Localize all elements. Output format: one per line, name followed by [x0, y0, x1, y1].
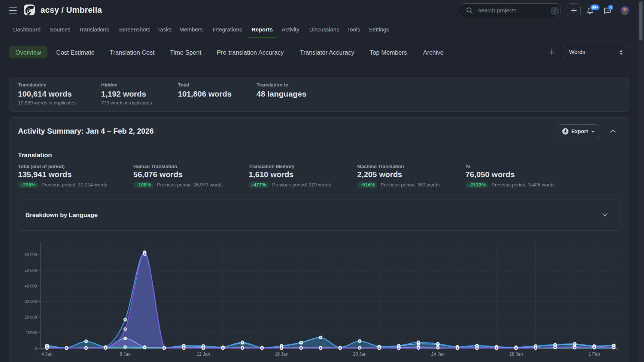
svg-text:1 Feb: 1 Feb	[589, 352, 600, 357]
svg-text:50 000: 50 000	[24, 268, 37, 273]
svg-text:24 Jan: 24 Jan	[431, 352, 444, 357]
svg-text:16 Jan: 16 Jan	[275, 352, 288, 357]
svg-text:0: 0	[35, 346, 37, 351]
svg-text:30 000: 30 000	[24, 299, 37, 304]
svg-text:20 000: 20 000	[24, 315, 37, 319]
svg-text:60 000: 60 000	[24, 252, 37, 257]
svg-text:12 Jan: 12 Jan	[197, 352, 210, 357]
svg-text:20 Jan: 20 Jan	[353, 352, 367, 357]
svg-text:8 Jan: 8 Jan	[120, 352, 131, 357]
svg-text:40 000: 40 000	[24, 284, 37, 288]
svg-text:4 Jan: 4 Jan	[42, 352, 52, 357]
svg-text:10000: 10000	[25, 331, 37, 335]
svg-text:28 Jan: 28 Jan	[509, 352, 523, 357]
